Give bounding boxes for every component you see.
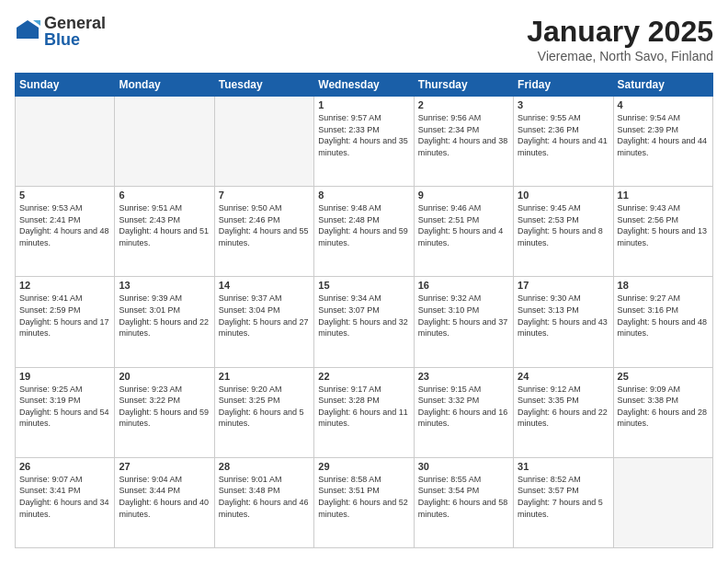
day-number: 22 [318,371,409,382]
day-number: 25 [618,371,709,382]
day-info: Sunrise: 9:54 AMSunset: 2:39 PMDaylight:… [618,112,709,158]
calendar-cell: 19Sunrise: 9:25 AMSunset: 3:19 PMDayligh… [16,367,115,457]
day-info: Sunrise: 9:50 AMSunset: 2:46 PMDaylight:… [219,202,310,248]
day-info: Sunrise: 9:56 AMSunset: 2:34 PMDaylight:… [418,112,509,158]
calendar-cell: 10Sunrise: 9:45 AMSunset: 2:53 PMDayligh… [514,187,613,277]
day-info: Sunrise: 9:53 AMSunset: 2:41 PMDaylight:… [19,202,110,248]
day-info: Sunrise: 9:01 AMSunset: 3:48 PMDaylight:… [219,474,310,520]
day-number: 17 [518,280,609,291]
calendar-cell: 15Sunrise: 9:34 AMSunset: 3:07 PMDayligh… [314,277,414,367]
day-number: 15 [318,280,409,291]
calendar-cell: 8Sunrise: 9:48 AMSunset: 2:48 PMDaylight… [314,187,414,277]
calendar-cell: 16Sunrise: 9:32 AMSunset: 3:10 PMDayligh… [414,277,513,367]
svg-marker-0 [17,20,39,39]
calendar-cell: 25Sunrise: 9:09 AMSunset: 3:38 PMDayligh… [613,367,712,457]
weekday-header: Friday [514,74,613,97]
weekday-header: Tuesday [214,74,313,97]
calendar-cell: 5Sunrise: 9:53 AMSunset: 2:41 PMDaylight… [16,187,115,277]
calendar-cell: 30Sunrise: 8:55 AMSunset: 3:54 PMDayligh… [414,457,513,547]
day-number: 24 [518,371,609,382]
calendar-cell: 23Sunrise: 9:15 AMSunset: 3:32 PMDayligh… [414,367,513,457]
day-info: Sunrise: 9:07 AMSunset: 3:41 PMDaylight:… [19,474,110,520]
day-number: 11 [618,190,709,201]
day-info: Sunrise: 9:39 AMSunset: 3:01 PMDaylight:… [119,293,210,339]
calendar-week-row: 26Sunrise: 9:07 AMSunset: 3:41 PMDayligh… [16,457,713,547]
calendar-cell: 6Sunrise: 9:51 AMSunset: 2:43 PMDaylight… [115,187,214,277]
calendar-cell: 11Sunrise: 9:43 AMSunset: 2:56 PMDayligh… [613,187,712,277]
calendar-cell: 29Sunrise: 8:58 AMSunset: 3:51 PMDayligh… [314,457,414,547]
day-info: Sunrise: 9:55 AMSunset: 2:36 PMDaylight:… [518,112,609,158]
day-info: Sunrise: 9:51 AMSunset: 2:43 PMDaylight:… [119,202,210,248]
day-info: Sunrise: 9:57 AMSunset: 2:33 PMDaylight:… [318,112,409,158]
calendar-cell: 21Sunrise: 9:20 AMSunset: 3:25 PMDayligh… [214,367,313,457]
day-info: Sunrise: 9:25 AMSunset: 3:19 PMDaylight:… [19,384,110,430]
day-info: Sunrise: 8:58 AMSunset: 3:51 PMDaylight:… [318,474,409,520]
calendar-cell: 12Sunrise: 9:41 AMSunset: 2:59 PMDayligh… [16,277,115,367]
day-number: 23 [418,371,509,382]
calendar-cell: 24Sunrise: 9:12 AMSunset: 3:35 PMDayligh… [514,367,613,457]
day-number: 29 [318,461,409,472]
calendar-cell [613,457,712,547]
day-number: 19 [19,371,110,382]
calendar-cell: 20Sunrise: 9:23 AMSunset: 3:22 PMDayligh… [115,367,214,457]
day-number: 4 [618,99,709,110]
day-info: Sunrise: 9:27 AMSunset: 3:16 PMDaylight:… [618,293,709,339]
day-info: Sunrise: 9:23 AMSunset: 3:22 PMDaylight:… [119,384,210,430]
calendar-cell: 18Sunrise: 9:27 AMSunset: 3:16 PMDayligh… [613,277,712,367]
calendar-cell: 13Sunrise: 9:39 AMSunset: 3:01 PMDayligh… [115,277,214,367]
day-info: Sunrise: 9:20 AMSunset: 3:25 PMDaylight:… [219,384,310,430]
day-info: Sunrise: 9:46 AMSunset: 2:51 PMDaylight:… [418,202,509,248]
weekday-header-row: SundayMondayTuesdayWednesdayThursdayFrid… [16,74,713,97]
day-info: Sunrise: 9:45 AMSunset: 2:53 PMDaylight:… [518,202,609,248]
calendar-cell [214,97,313,187]
calendar-cell: 9Sunrise: 9:46 AMSunset: 2:51 PMDaylight… [414,187,513,277]
day-number: 1 [318,99,409,110]
calendar-table: SundayMondayTuesdayWednesdayThursdayFrid… [15,73,713,548]
day-number: 6 [119,190,210,201]
day-info: Sunrise: 9:04 AMSunset: 3:44 PMDaylight:… [119,474,210,520]
day-info: Sunrise: 9:17 AMSunset: 3:28 PMDaylight:… [318,384,409,430]
header: General Blue January 2025 Vieremae, Nort… [15,15,713,63]
calendar-cell: 17Sunrise: 9:30 AMSunset: 3:13 PMDayligh… [514,277,613,367]
page: General Blue January 2025 Vieremae, Nort… [0,0,728,563]
logo-general: General [44,15,106,31]
logo-icon [15,18,40,44]
day-number: 13 [119,280,210,291]
day-info: Sunrise: 9:37 AMSunset: 3:04 PMDaylight:… [219,293,310,339]
weekday-header: Wednesday [314,74,414,97]
calendar-cell: 4Sunrise: 9:54 AMSunset: 2:39 PMDaylight… [613,97,712,187]
day-number: 18 [618,280,709,291]
calendar-week-row: 12Sunrise: 9:41 AMSunset: 2:59 PMDayligh… [16,277,713,367]
calendar-cell [115,97,214,187]
title-block: January 2025 Vieremae, North Savo, Finla… [527,15,713,63]
day-info: Sunrise: 8:52 AMSunset: 3:57 PMDaylight:… [518,474,609,520]
day-number: 27 [119,461,210,472]
day-number: 31 [518,461,609,472]
day-info: Sunrise: 9:30 AMSunset: 3:13 PMDaylight:… [518,293,609,339]
calendar-cell [16,97,115,187]
day-number: 14 [219,280,310,291]
day-number: 30 [418,461,509,472]
month-title: January 2025 [527,15,713,49]
calendar-cell: 26Sunrise: 9:07 AMSunset: 3:41 PMDayligh… [16,457,115,547]
weekday-header: Sunday [16,74,115,97]
day-number: 7 [219,190,310,201]
day-number: 16 [418,280,509,291]
weekday-header: Monday [115,74,214,97]
logo-blue: Blue [44,31,106,48]
logo: General Blue [15,15,106,48]
day-info: Sunrise: 9:48 AMSunset: 2:48 PMDaylight:… [318,202,409,248]
calendar-cell: 3Sunrise: 9:55 AMSunset: 2:36 PMDaylight… [514,97,613,187]
calendar-cell: 31Sunrise: 8:52 AMSunset: 3:57 PMDayligh… [514,457,613,547]
weekday-header: Thursday [414,74,513,97]
calendar-cell: 27Sunrise: 9:04 AMSunset: 3:44 PMDayligh… [115,457,214,547]
day-number: 8 [318,190,409,201]
logo-text: General Blue [44,15,106,48]
calendar-week-row: 5Sunrise: 9:53 AMSunset: 2:41 PMDaylight… [16,187,713,277]
day-number: 9 [418,190,509,201]
day-number: 12 [19,280,110,291]
day-info: Sunrise: 9:12 AMSunset: 3:35 PMDaylight:… [518,384,609,430]
calendar-cell: 28Sunrise: 9:01 AMSunset: 3:48 PMDayligh… [214,457,313,547]
day-number: 3 [518,99,609,110]
day-info: Sunrise: 9:15 AMSunset: 3:32 PMDaylight:… [418,384,509,430]
